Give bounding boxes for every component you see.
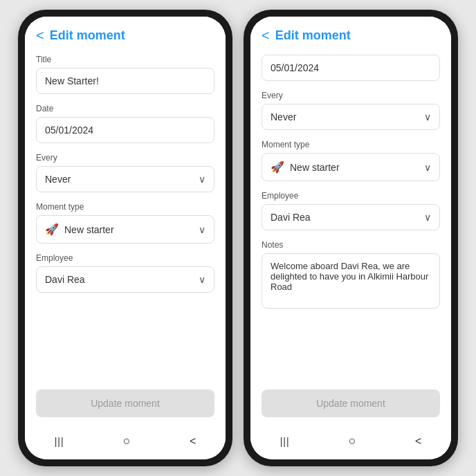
employee-value: Davi Rea: [45, 274, 85, 285]
moment-type-label-2: Moment type: [262, 140, 440, 149]
employee-group-2: Employee Davi Rea ∨: [262, 191, 440, 230]
phone-2: < Edit moment Every Never ∨ Moment type: [244, 10, 458, 466]
employee-group: Employee Davi Rea ∨: [36, 253, 214, 293]
every-group: Every Never ∨: [36, 153, 214, 192]
phone-1-scroll[interactable]: Title Date Every Never ∨ Moment type: [25, 49, 226, 383]
every-chevron-icon: ∨: [199, 174, 205, 185]
update-moment-button-1[interactable]: Update moment: [36, 390, 214, 417]
moment-type-left-2: 🚀 New starter: [271, 161, 340, 174]
employee-chevron-icon-2: ∨: [424, 212, 431, 223]
nav-lines-2[interactable]: [269, 431, 301, 451]
notes-textarea[interactable]: Welcome aboard Davi Rea, we are delighte…: [262, 253, 440, 309]
date-group: Date: [36, 104, 214, 143]
every-select-2[interactable]: Never ∨: [262, 104, 440, 130]
phone-2-screen: < Edit moment Every Never ∨ Moment type: [250, 17, 451, 459]
phone-1: < Edit moment Title Date Every Never ∨: [18, 10, 232, 466]
notes-group: Notes Welcome aboard Davi Rea, we are de…: [262, 240, 440, 311]
moment-type-value-2: New starter: [290, 162, 340, 173]
moment-type-chevron-icon-2: ∨: [424, 162, 431, 173]
phone-1-footer: Update moment: [25, 383, 226, 425]
every-label: Every: [36, 153, 214, 163]
nav-home-2[interactable]: [338, 431, 367, 451]
back-button-1[interactable]: <: [36, 28, 44, 44]
notes-label: Notes: [262, 240, 440, 250]
every-select[interactable]: Never ∨: [36, 166, 214, 192]
moment-type-value: New starter: [64, 224, 114, 235]
employee-value-2: Davi Rea: [271, 212, 311, 223]
nav-lines-1[interactable]: [44, 431, 75, 451]
date-label: Date: [36, 104, 214, 113]
every-chevron-icon-2: ∨: [424, 111, 431, 122]
title-input[interactable]: [36, 68, 214, 94]
nav-home-1[interactable]: [112, 431, 142, 451]
employee-select-2[interactable]: Davi Rea ∨: [262, 204, 440, 230]
every-value: Never: [45, 174, 71, 185]
page-title-2: Edit moment: [275, 28, 351, 43]
nav-back-1[interactable]: [178, 431, 207, 451]
title-label: Title: [36, 55, 214, 64]
employee-label: Employee: [36, 253, 214, 263]
date-input[interactable]: [36, 117, 214, 143]
phone-2-header: < Edit moment: [250, 17, 451, 49]
rocket-icon-1: 🚀: [45, 223, 59, 236]
nav-back-2[interactable]: [404, 431, 432, 451]
every-label-2: Every: [262, 91, 440, 100]
every-group-2: Every Never ∨: [262, 91, 440, 130]
page-title-1: Edit moment: [50, 28, 125, 43]
moment-type-group-2: Moment type 🚀 New starter ∨: [262, 140, 440, 181]
phone-1-screen: < Edit moment Title Date Every Never ∨: [25, 17, 226, 459]
employee-label-2: Employee: [262, 191, 440, 201]
back-button-2[interactable]: <: [262, 28, 270, 44]
moment-type-group: Moment type 🚀 New starter ∨: [36, 202, 214, 244]
update-moment-button-2[interactable]: Update moment: [262, 390, 440, 417]
moment-type-label: Moment type: [36, 202, 214, 212]
phone-2-footer: Update moment: [250, 383, 451, 425]
phone-1-bottom-bar: [25, 425, 226, 459]
phone-2-bottom-bar: [250, 425, 451, 459]
employee-chevron-icon: ∨: [199, 274, 205, 285]
date-input-2[interactable]: [262, 55, 440, 81]
phone-1-header: < Edit moment: [25, 17, 226, 49]
date-group-2: [262, 55, 440, 81]
employee-select[interactable]: Davi Rea ∨: [36, 266, 214, 293]
rocket-icon-2: 🚀: [271, 161, 284, 174]
phone-2-scroll[interactable]: Every Never ∨ Moment type 🚀 New starter …: [250, 49, 451, 383]
moment-type-select-2[interactable]: 🚀 New starter ∨: [262, 153, 440, 181]
moment-type-chevron-icon: ∨: [199, 224, 205, 235]
phone-2-content: < Edit moment Every Never ∨ Moment type: [250, 17, 451, 459]
moment-type-select[interactable]: 🚀 New starter ∨: [36, 215, 214, 244]
moment-type-left: 🚀 New starter: [45, 223, 114, 236]
phone-1-content: < Edit moment Title Date Every Never ∨: [25, 17, 226, 459]
every-value-2: Never: [271, 111, 296, 122]
title-group: Title: [36, 55, 214, 94]
